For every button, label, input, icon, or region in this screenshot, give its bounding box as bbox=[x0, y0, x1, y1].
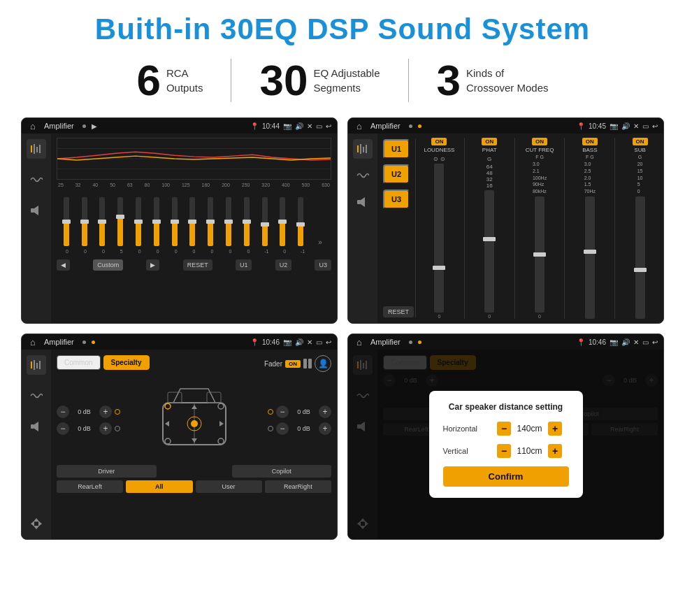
db-fr-minus[interactable]: − bbox=[276, 406, 289, 418]
btn-user[interactable]: User bbox=[196, 480, 262, 493]
tab-common[interactable]: Common bbox=[57, 355, 101, 370]
loudness-val: 0 bbox=[438, 314, 441, 319]
db-rr-plus[interactable]: + bbox=[319, 422, 331, 435]
bass-on[interactable]: ON bbox=[582, 138, 598, 145]
home-icon-1[interactable]: ⌂ bbox=[27, 120, 38, 131]
eq-slider-6[interactable] bbox=[166, 197, 183, 246]
svg-rect-2 bbox=[36, 147, 38, 152]
fader-on-badge[interactable]: ON bbox=[285, 360, 301, 368]
svg-marker-21 bbox=[34, 422, 38, 431]
phat-num1: 64 bbox=[486, 164, 493, 170]
screen1-app-title: Amplifier bbox=[44, 122, 74, 130]
speaker-left-icon[interactable] bbox=[27, 201, 46, 220]
eq-slider-8[interactable] bbox=[202, 197, 219, 246]
cutfreq-on[interactable]: ON bbox=[532, 138, 547, 145]
db-rl-minus[interactable]: − bbox=[57, 422, 69, 435]
loudness-slider[interactable] bbox=[434, 164, 444, 313]
db-rr-minus[interactable]: − bbox=[276, 422, 289, 435]
eq-u1-btn[interactable]: U1 bbox=[236, 259, 252, 271]
close-icon-1: ✕ bbox=[307, 122, 312, 130]
horizontal-minus-btn[interactable]: − bbox=[497, 422, 511, 436]
status-bar-2: ⌂ Amplifier 📍 10:45 📷 🔊 ✕ ▭ ↩ bbox=[348, 118, 663, 134]
eq-u3-btn[interactable]: U3 bbox=[315, 259, 331, 271]
speaker-center-placeholder bbox=[159, 465, 229, 478]
btn-copilot[interactable]: Copilot bbox=[232, 465, 332, 478]
sub-label: SUB bbox=[634, 147, 645, 153]
eq-reset-btn[interactable]: RESET bbox=[183, 259, 212, 271]
home-icon-3[interactable]: ⌂ bbox=[27, 336, 38, 348]
eq-slider-5[interactable] bbox=[148, 197, 165, 246]
eq-slider-12[interactable] bbox=[275, 197, 291, 246]
db-row-fl: − 0 dB + bbox=[57, 406, 120, 418]
eq-val-10: 0 bbox=[239, 249, 257, 254]
u3-button[interactable]: U3 bbox=[383, 189, 410, 209]
phat-slider[interactable] bbox=[484, 190, 494, 313]
db-fr-plus[interactable]: + bbox=[319, 406, 331, 418]
fader-arrows-icon[interactable] bbox=[27, 514, 46, 533]
eq-back-btn[interactable]: ◀ bbox=[57, 259, 70, 271]
db-rl-plus[interactable]: + bbox=[99, 422, 112, 435]
div1 bbox=[464, 138, 465, 319]
eq-slider-11[interactable] bbox=[257, 197, 273, 246]
svg-rect-27 bbox=[168, 392, 182, 403]
fader-wave-icon[interactable] bbox=[27, 386, 46, 406]
fader-speaker-icon[interactable] bbox=[27, 417, 46, 436]
vertical-plus-btn[interactable]: + bbox=[548, 444, 562, 458]
db-fl-plus[interactable]: + bbox=[99, 406, 112, 418]
eq-more-icon[interactable]: » bbox=[310, 238, 330, 246]
eq-icon[interactable] bbox=[27, 139, 46, 159]
confirm-button[interactable]: Confirm bbox=[443, 466, 569, 487]
fader-slider-h[interactable] bbox=[303, 359, 312, 368]
eq-slider-7[interactable] bbox=[185, 197, 201, 246]
fader-eq-icon[interactable] bbox=[27, 355, 46, 375]
wave-icon[interactable] bbox=[27, 170, 46, 189]
btn-all[interactable]: All bbox=[126, 480, 192, 493]
eq-slider-1[interactable] bbox=[76, 197, 93, 246]
eq-slider-3[interactable] bbox=[112, 197, 129, 246]
horizontal-plus-btn[interactable]: + bbox=[548, 422, 562, 436]
car-visual-svg bbox=[152, 378, 236, 462]
screen-eq: ⌂ Amplifier ▶ 📍 10:44 📷 🔊 ✕ ▭ ↩ bbox=[21, 117, 338, 324]
home-icon-4[interactable]: ⌂ bbox=[354, 336, 365, 348]
svg-rect-28 bbox=[207, 392, 221, 403]
home-icon-2[interactable]: ⌂ bbox=[354, 120, 365, 131]
horizontal-ctrl: − 140cm + bbox=[491, 422, 569, 436]
eq-u2-btn[interactable]: U2 bbox=[275, 259, 292, 271]
status-bar-1: ⌂ Amplifier ▶ 📍 10:44 📷 🔊 ✕ ▭ ↩ bbox=[22, 118, 337, 134]
eq-val-8: 0 bbox=[203, 249, 222, 254]
cross-left-icons bbox=[348, 134, 377, 323]
u1-button[interactable]: U1 bbox=[383, 139, 410, 159]
cross-reset-btn[interactable]: RESET bbox=[383, 306, 414, 317]
db-rl-val: 0 dB bbox=[72, 425, 96, 432]
stat-eq: 30 EQ Adjustable Segments bbox=[231, 59, 408, 102]
cross-eq-icon[interactable] bbox=[353, 139, 373, 159]
eq-preset-btn[interactable]: Custom bbox=[93, 259, 123, 271]
eq-slider-2[interactable] bbox=[94, 197, 111, 246]
cross-wave-icon[interactable] bbox=[353, 166, 373, 185]
eq-play-btn[interactable]: ▶ bbox=[146, 259, 159, 271]
eq-slider-9[interactable] bbox=[220, 197, 237, 246]
tab-specialty[interactable]: Specialty bbox=[103, 355, 150, 370]
cutfreq-slider[interactable] bbox=[535, 196, 545, 313]
btn-rearright[interactable]: RearRight bbox=[265, 480, 331, 493]
return-icon-2: ↩ bbox=[652, 122, 658, 130]
sub-on[interactable]: ON bbox=[633, 138, 648, 145]
btn-rearleft[interactable]: RearLeft bbox=[57, 480, 123, 493]
eq-slider-10[interactable] bbox=[238, 197, 255, 246]
bass-slider[interactable] bbox=[585, 196, 595, 319]
eq-slider-13[interactable] bbox=[292, 197, 309, 246]
main-title: Buith-in 30EQ DSP Sound System bbox=[21, 13, 664, 46]
eq-slider-0[interactable] bbox=[58, 197, 75, 246]
svg-rect-1 bbox=[34, 144, 35, 154]
vertical-minus-btn[interactable]: − bbox=[497, 444, 511, 458]
pin-icon-2: 📍 bbox=[577, 122, 585, 130]
u2-button[interactable]: U2 bbox=[383, 164, 410, 184]
sub-slider[interactable] bbox=[635, 196, 645, 319]
loudness-on[interactable]: ON bbox=[431, 138, 447, 145]
db-fl-minus[interactable]: − bbox=[57, 406, 69, 418]
btn-driver[interactable]: Driver bbox=[57, 465, 157, 478]
eq-slider-4[interactable] bbox=[130, 197, 147, 246]
screen4-content: Common Specialty − 0 dB + − 0 dB + bbox=[348, 350, 663, 539]
cross-speaker-icon[interactable] bbox=[353, 192, 373, 212]
phat-on[interactable]: ON bbox=[482, 138, 497, 145]
